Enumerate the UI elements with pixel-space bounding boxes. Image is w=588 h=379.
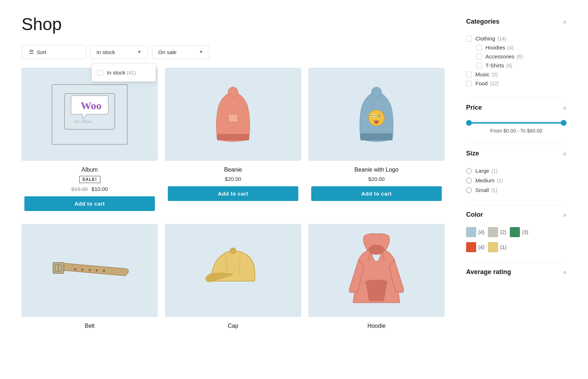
rating-collapse-icon[interactable]: ∧	[563, 269, 566, 275]
category-item-music[interactable]: Music (2)	[466, 70, 566, 79]
size-header: Size ∧	[466, 150, 566, 161]
divider-3	[466, 205, 566, 205]
category-checkbox-music[interactable]	[466, 72, 472, 77]
sale-price-album: $10.00	[91, 186, 108, 192]
product-card-beanie: Beanie $20.00 Add to cart	[165, 68, 301, 217]
color-item-0[interactable]: (4)	[466, 227, 484, 237]
color-swatch-3[interactable]	[466, 242, 476, 252]
product-price-beanie-logo: $20.00	[311, 176, 442, 182]
stock-chevron-icon: ▼	[137, 49, 142, 54]
price-label: From $0.00 - To $80.00	[466, 128, 566, 134]
size-item-medium[interactable]: Medium (1)	[466, 176, 566, 185]
categories-collapse-icon[interactable]: ∧	[563, 19, 566, 25]
color-count-2: (3)	[522, 229, 528, 235]
svg-point-16	[81, 269, 84, 271]
divider-1	[466, 98, 566, 98]
size-radio-large[interactable]	[466, 168, 472, 174]
category-children-clothing: Hoodies (4) Accessories (6) T-Shirts (	[466, 43, 566, 70]
price-range: From $0.00 - To $80.00	[466, 122, 566, 134]
svg-point-24	[369, 245, 384, 255]
sale-filter-label: On sale	[158, 49, 177, 55]
color-collapse-icon[interactable]: ∧	[563, 212, 566, 218]
rating-header: Average rating ∧	[466, 268, 566, 279]
size-item-large[interactable]: Large (1)	[466, 166, 566, 176]
color-swatch-1[interactable]	[488, 227, 498, 237]
price-slider-max[interactable]	[561, 120, 566, 126]
product-card-beanie-logo: Beanie with Logo $20.00 Add to cart	[308, 68, 445, 217]
size-radio-small[interactable]	[466, 187, 472, 193]
sort-button[interactable]: ☰ Sort	[22, 45, 86, 59]
product-image-beanie-logo	[308, 68, 445, 161]
product-name-belt: Belt	[24, 323, 155, 329]
category-label-clothing: Clothing (14)	[475, 35, 506, 42]
category-label-hoodies: Hoodies (4)	[485, 44, 513, 51]
product-card-album: Woo the album Album SALE! $15.00 $10.00 …	[22, 68, 158, 217]
rating-section: Average rating ∧	[466, 268, 566, 279]
stock-dropdown-item[interactable]: In stock (41)	[98, 68, 150, 77]
price-slider-min[interactable]	[466, 120, 472, 126]
color-header: Color ∧	[466, 211, 566, 222]
price-slider-track[interactable]	[466, 122, 566, 124]
divider-4	[466, 262, 566, 263]
add-to-cart-album[interactable]: Add to cart	[24, 196, 155, 211]
size-radio-medium[interactable]	[466, 178, 472, 183]
color-swatch-2[interactable]	[510, 227, 520, 237]
stock-filter-label: In stock	[96, 49, 115, 55]
sale-filter-select[interactable]: On sale ▼	[152, 45, 209, 59]
product-info-hoodie: Hoodie	[308, 317, 445, 338]
size-item-small[interactable]: Small (1)	[466, 185, 566, 195]
svg-text:the album: the album	[75, 119, 92, 124]
product-card-cap: Cap	[165, 224, 301, 338]
svg-point-23	[230, 248, 236, 254]
category-checkbox-food[interactable]	[466, 81, 472, 86]
add-to-cart-beanie-logo[interactable]: Add to cart	[311, 186, 442, 201]
color-item-2[interactable]: (3)	[510, 227, 528, 237]
color-item-1[interactable]: (2)	[488, 227, 506, 237]
size-section: Size ∧ Large (1) Medium (1)	[466, 150, 566, 195]
stock-option-label: In stock (41)	[107, 69, 136, 76]
product-image-album: Woo the album	[22, 68, 158, 161]
svg-point-18	[96, 269, 98, 272]
page-title: Shop	[22, 14, 445, 34]
color-count-3: (4)	[478, 244, 484, 250]
categories-title: Categories	[466, 18, 499, 25]
svg-point-15	[74, 268, 76, 270]
product-name-beanie: Beanie	[168, 167, 298, 173]
category-checkbox-hoodies[interactable]	[476, 45, 482, 51]
category-checkbox-clothing[interactable]	[466, 36, 472, 42]
product-info-beanie: Beanie $20.00 Add to cart	[165, 161, 301, 207]
product-image-hoodie	[308, 224, 445, 317]
price-section: Price ∧ From $0.00 - To $80.00	[466, 104, 566, 134]
category-label-accessories: Accessories (6)	[485, 53, 523, 59]
add-to-cart-beanie[interactable]: Add to cart	[168, 186, 298, 201]
category-checkbox-accessories[interactable]	[476, 54, 482, 59]
category-label-food: Food (12)	[475, 80, 499, 86]
product-price-album: $15.00 $10.00	[24, 186, 155, 192]
product-image-cap	[165, 224, 301, 317]
category-item-clothing[interactable]: Clothing (14)	[466, 34, 566, 43]
svg-rect-4	[217, 134, 249, 140]
color-grid: (4) (2) (3) (4) (1)	[466, 227, 566, 252]
categories-header: Categories ∧	[466, 18, 566, 29]
sale-badge-album: SALE!	[79, 176, 100, 183]
category-item-hoodies[interactable]: Hoodies (4)	[476, 43, 566, 52]
category-item-food[interactable]: Food (12)	[466, 79, 566, 88]
size-label-large: Large (1)	[475, 168, 498, 174]
size-collapse-icon[interactable]: ∧	[563, 151, 566, 157]
color-item-3[interactable]: (4)	[466, 242, 484, 252]
product-info-beanie-logo: Beanie with Logo $20.00 Add to cart	[308, 161, 445, 207]
stock-filter-select[interactable]: In stock ▼	[90, 45, 148, 59]
color-swatch-4[interactable]	[488, 242, 498, 252]
svg-point-17	[89, 269, 91, 271]
color-item-4[interactable]: (1)	[488, 242, 506, 252]
price-collapse-icon[interactable]: ∧	[563, 105, 566, 111]
color-swatch-0[interactable]	[466, 227, 476, 237]
category-item-accessories[interactable]: Accessories (6)	[476, 52, 566, 61]
svg-rect-5	[228, 114, 238, 122]
color-count-4: (1)	[500, 244, 506, 250]
size-label-small: Small (1)	[475, 187, 497, 193]
category-item-tshirts[interactable]: T-Shirts (6)	[476, 61, 566, 70]
stock-checkbox[interactable]	[98, 70, 103, 76]
product-image-belt	[22, 224, 158, 317]
category-checkbox-tshirts[interactable]	[476, 63, 482, 68]
